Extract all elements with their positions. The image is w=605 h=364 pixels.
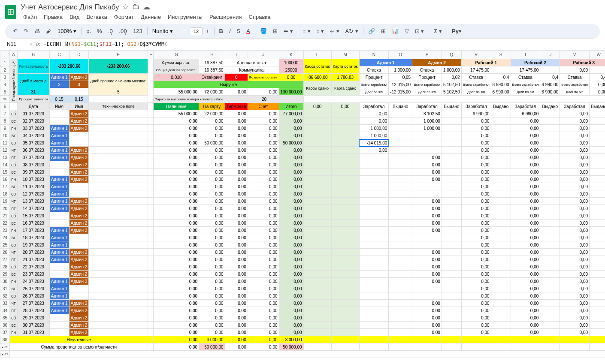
cell[interactable] <box>359 314 389 322</box>
cell[interactable]: 25000 <box>279 66 303 74</box>
row-header-24[interactable]: 24 <box>0 234 10 241</box>
comment-button[interactable]: ⊞ <box>378 26 388 36</box>
cell[interactable]: 0,00 <box>303 103 331 110</box>
cell[interactable]: 17 475,00 <box>511 66 540 74</box>
cell[interactable]: 0,00 <box>461 300 491 307</box>
v-align-button[interactable]: ↕ ▾ <box>314 26 327 36</box>
cell[interactable]: 0,00 <box>225 190 248 198</box>
cell[interactable] <box>49 212 69 220</box>
row-header-27[interactable]: 27 <box>0 256 10 263</box>
cell[interactable]: 0,02 <box>442 74 461 81</box>
cell[interactable]: 0,00 <box>225 263 248 271</box>
paint-format-button[interactable]: 🖌 <box>43 26 54 36</box>
cell[interactable]: 0,00 <box>154 329 199 336</box>
cell[interactable]: Админ 1 <box>49 147 69 154</box>
cell[interactable]: 55 000,00 <box>154 110 199 117</box>
cell[interactable]: Дней прошло с начала месяца: <box>89 74 148 88</box>
cell[interactable] <box>331 154 359 161</box>
cell[interactable]: Касса остаток <box>303 59 331 74</box>
cell[interactable] <box>303 147 331 154</box>
cell[interactable]: пн <box>10 278 18 285</box>
cell[interactable]: 0,00 <box>331 103 359 110</box>
cell[interactable] <box>49 161 69 168</box>
cell[interactable]: 0,00 <box>511 176 540 183</box>
cell[interactable]: 0,00 <box>248 132 279 139</box>
cell[interactable]: 0,00 <box>560 110 590 117</box>
cell[interactable]: 0,00 <box>511 329 540 336</box>
cell[interactable]: 0,00 <box>511 161 540 168</box>
cell[interactable] <box>303 278 331 285</box>
cell[interactable]: Админ 2 <box>69 161 89 168</box>
cell[interactable]: Админ 2 <box>69 307 89 314</box>
cell[interactable] <box>359 256 389 263</box>
cell[interactable]: 17 475,00 <box>461 66 491 74</box>
cell[interactable]: 0,00 <box>279 307 303 314</box>
cell[interactable] <box>303 227 331 234</box>
cell[interactable]: Сумма предоплат за ремонт/запчасти <box>10 343 148 351</box>
cell[interactable]: Админ 1 <box>49 278 69 285</box>
cell[interactable]: 0,00 <box>560 220 590 227</box>
cell[interactable]: 0,00 <box>560 307 590 314</box>
cell[interactable] <box>49 220 69 227</box>
cell[interactable]: 0,00 <box>279 125 303 132</box>
cell[interactable]: 0,00 <box>560 322 590 329</box>
cell[interactable]: 0,00 <box>225 183 248 190</box>
font-size-decrease[interactable]: − <box>180 26 189 36</box>
cell[interactable] <box>412 241 442 249</box>
cell[interactable]: Ставка <box>359 66 389 74</box>
cell[interactable]: 0,00 <box>511 314 540 322</box>
cell[interactable] <box>69 234 89 241</box>
cell[interactable]: 0,00 <box>412 249 442 256</box>
cell[interactable]: Аренда ставка: <box>225 59 279 66</box>
cell[interactable]: 1 000,00 <box>359 132 389 139</box>
cell[interactable] <box>359 227 389 234</box>
menu-Формат[interactable]: Формат <box>112 12 136 21</box>
cell[interactable]: 0,00 <box>248 292 279 300</box>
cell[interactable]: 0,00 <box>154 322 199 329</box>
cell[interactable]: 0,00 <box>248 300 279 307</box>
row-header-25[interactable]: 25 <box>0 241 10 249</box>
cell[interactable]: 0,00 <box>154 300 199 307</box>
cell[interactable]: 0,00 <box>279 212 303 220</box>
cell[interactable]: 50 000,00 <box>279 139 303 147</box>
cell[interactable]: 0,00 <box>279 314 303 322</box>
cell[interactable] <box>359 190 389 198</box>
cell[interactable]: 0,00 <box>461 132 491 139</box>
cell[interactable]: 0,00 <box>279 234 303 241</box>
cell[interactable]: 0,00 <box>560 190 590 198</box>
cell[interactable]: 0,00 <box>511 132 540 139</box>
cell[interactable]: 0,00 <box>225 198 248 205</box>
cell[interactable]: 0,00 <box>279 74 303 81</box>
cell[interactable]: Счет <box>248 103 279 110</box>
cell[interactable]: Сумма зарплат: <box>154 59 199 66</box>
cell[interactable]: Выдано <box>590 103 605 110</box>
cell[interactable] <box>331 278 359 285</box>
row-header-2[interactable]: 2 <box>0 66 10 74</box>
cell[interactable]: 0,00 <box>225 307 248 314</box>
cloud-icon[interactable]: ☁ <box>143 3 150 12</box>
menu-Вид[interactable]: Вид <box>67 12 82 21</box>
cell[interactable]: 20.07.2023 <box>18 249 50 256</box>
cell[interactable]: 0,00 <box>511 125 540 132</box>
cell[interactable] <box>331 110 359 117</box>
dec-increase-button[interactable]: .00̩ <box>116 26 130 36</box>
cell[interactable]: 0,00 <box>199 190 225 198</box>
cell[interactable]: ср <box>10 292 18 300</box>
cell[interactable] <box>331 147 359 154</box>
cell[interactable]: 0,00 <box>199 234 225 241</box>
cell[interactable]: 0,00 <box>248 322 279 329</box>
cell[interactable]: Заработал <box>412 103 442 110</box>
col-header-V[interactable]: V <box>560 51 590 59</box>
cell[interactable]: Админ 2 <box>69 256 89 263</box>
row-header-17[interactable]: 17 <box>0 183 10 190</box>
cell[interactable]: 0,4 <box>540 74 560 81</box>
cell[interactable]: Долг по з/п <box>412 88 442 96</box>
cell[interactable]: Админ 2 <box>412 59 462 66</box>
cell[interactable]: 0,00 <box>248 329 279 336</box>
cell[interactable]: Админ 2 <box>69 205 89 212</box>
cell[interactable]: сб <box>10 314 18 322</box>
cell[interactable]: 55 000,00 <box>154 88 199 96</box>
cell[interactable]: 0,00 <box>154 205 199 212</box>
cell[interactable] <box>331 132 359 139</box>
cell[interactable] <box>303 139 331 147</box>
